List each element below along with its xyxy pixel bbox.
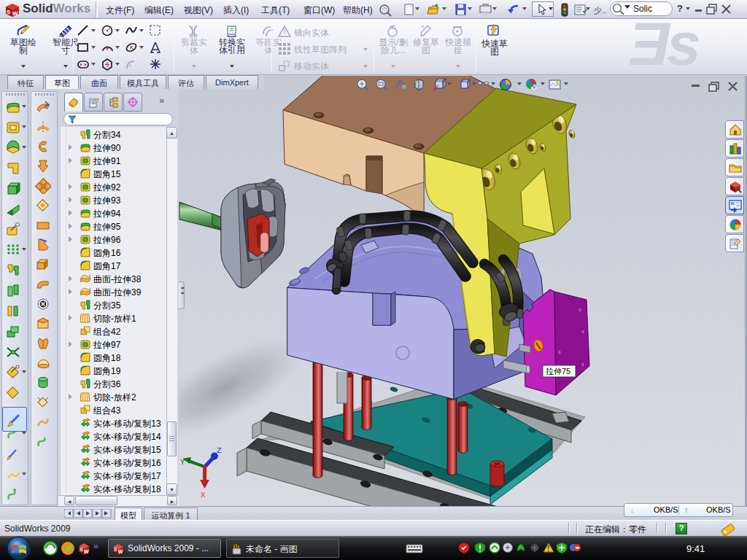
svg-text:!: !: [547, 545, 549, 553]
svg-text:Z: Z: [217, 446, 222, 455]
svg-text:X: X: [201, 491, 206, 499]
svg-text:W: W: [84, 549, 89, 554]
svg-text:拉伸75: 拉伸75: [546, 367, 570, 376]
svg-text:W: W: [118, 549, 123, 554]
svg-text:Y: Y: [180, 458, 185, 467]
svg-text:W: W: [12, 10, 18, 17]
svg-text:S: S: [80, 547, 83, 552]
svg-text:»: »: [93, 540, 98, 551]
svg-text:S: S: [7, 9, 11, 15]
svg-text:S: S: [114, 547, 117, 552]
